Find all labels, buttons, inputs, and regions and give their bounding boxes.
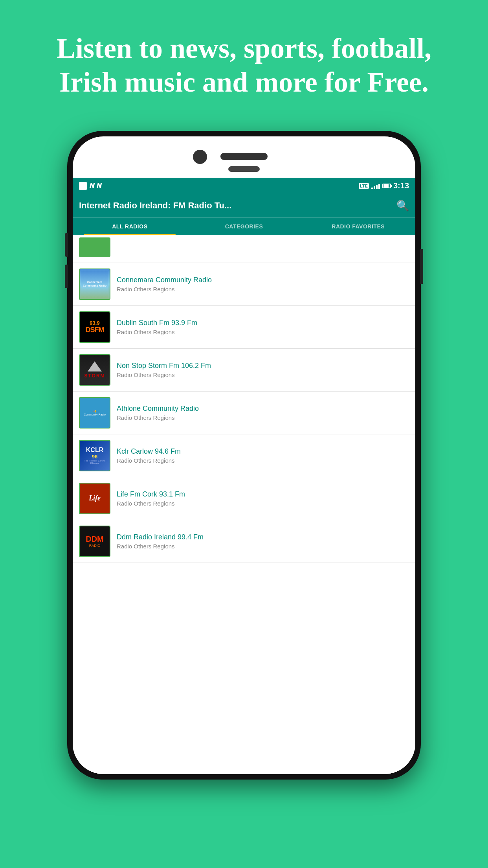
- athlone-sub: Community Radio: [84, 413, 106, 416]
- dublin-freq: 93.9: [90, 320, 99, 326]
- hero-text: Listen to news, sports, football, Irish …: [0, 0, 488, 123]
- phone-inner: 𝙉 𝙉 LTE 3:13: [73, 136, 415, 774]
- radio-info-kclr: Kclr Carlow 94.6 Fm Radio Others Regions: [117, 447, 409, 464]
- signal-bar-1: [371, 188, 373, 189]
- n-icon-1: 𝙉: [89, 182, 94, 190]
- radio-name: Dublin South Fm 93.9 Fm: [117, 319, 409, 327]
- list-item[interactable]: 93.9 DSFM Dublin South Fm 93.9 Fm Radio …: [73, 306, 415, 349]
- radio-name: Life Fm Cork 93.1 Fm: [117, 490, 409, 498]
- tabs: ALL RADIOS CATEGORIES RADIO FAVORITES: [73, 217, 415, 235]
- status-bar: 𝙉 𝙉 LTE 3:13: [73, 178, 415, 194]
- radio-thumb-storm: STORM: [79, 354, 110, 386]
- radio-name: Non Stop Storm Fm 106.2 Fm: [117, 362, 409, 370]
- ddm-text: DDM: [86, 535, 104, 544]
- kclr-num: 96: [92, 454, 97, 460]
- radio-thumb-kclr: KCLR 96 The Heart of Carlow Kilkenny: [79, 440, 110, 471]
- radio-info-dublin: Dublin South Fm 93.9 Fm Radio Others Reg…: [117, 319, 409, 335]
- radio-thumb-athlone: 🎭 Community Radio: [79, 397, 110, 428]
- radio-name: Kclr Carlow 94.6 Fm: [117, 447, 409, 456]
- phone-outer: 𝙉 𝙉 LTE 3:13: [67, 131, 421, 780]
- phone-frame: 𝙉 𝙉 LTE 3:13: [67, 131, 421, 780]
- kclr-text: KCLR: [86, 447, 103, 454]
- tab-radio-favorites[interactable]: RADIO FAVORITES: [301, 218, 415, 235]
- status-icons-left: 𝙉 𝙉: [79, 182, 101, 190]
- radio-thumb-connemara: Connemara Community Radio: [79, 268, 110, 300]
- partial-thumb: [79, 237, 110, 257]
- signal-bar-4: [378, 184, 380, 189]
- n-icon-2: 𝙉: [96, 182, 101, 190]
- tab-all-radios[interactable]: ALL RADIOS: [73, 218, 187, 235]
- status-time: 3:13: [393, 181, 409, 190]
- list-item[interactable]: DDM RADIO Ddm Radio Ireland 99.4 Fm Radi…: [73, 520, 415, 563]
- radio-list: Connemara Community Radio Connemara Comm…: [73, 235, 415, 563]
- lte-badge: LTE: [359, 183, 369, 189]
- radio-category: Radio Others Regions: [117, 500, 409, 507]
- list-item[interactable]: Connemara Community Radio Connemara Comm…: [73, 263, 415, 306]
- radio-name: Athlone Community Radio: [117, 405, 409, 413]
- radio-category: Radio Others Regions: [117, 414, 409, 421]
- camera-icon: [193, 150, 207, 164]
- list-item[interactable]: KCLR 96 The Heart of Carlow Kilkenny Kcl…: [73, 434, 415, 477]
- life-text: Life: [89, 494, 101, 502]
- kclr-sub: The Heart of Carlow Kilkenny: [80, 460, 110, 464]
- list-item[interactable]: Life Life Fm Cork 93.1 Fm Radio Others R…: [73, 477, 415, 520]
- signal-bars: [371, 183, 380, 189]
- tab-categories[interactable]: CATEGORIES: [187, 218, 301, 235]
- radio-info-connemara: Connemara Community Radio Radio Others R…: [117, 276, 409, 292]
- radio-name: Ddm Radio Ireland 99.4 Fm: [117, 533, 409, 541]
- radio-info-athlone: Athlone Community Radio Radio Others Reg…: [117, 405, 409, 421]
- radio-thumb-ddm: DDM RADIO: [79, 526, 110, 557]
- radio-thumb-life: Life: [79, 483, 110, 514]
- home-button: [228, 166, 260, 172]
- radio-category: Radio Others Regions: [117, 371, 409, 378]
- battery-fill: [383, 184, 389, 188]
- radio-name: Connemara Community Radio: [117, 276, 409, 284]
- vol-down-button: [65, 265, 68, 288]
- radio-category: Radio Others Regions: [117, 286, 409, 292]
- radio-info-ddm: Ddm Radio Ireland 99.4 Fm Radio Others R…: [117, 533, 409, 550]
- app-title: Internet Radio Ireland: FM Radio Tu...: [79, 200, 231, 211]
- signal-bar-3: [376, 185, 378, 189]
- list-item[interactable]: STORM Non Stop Storm Fm 106.2 Fm Radio O…: [73, 349, 415, 392]
- ddm-sub: RADIO: [89, 544, 101, 548]
- search-icon[interactable]: 🔍: [396, 200, 409, 212]
- storm-text: STORM: [84, 373, 105, 379]
- screen: 𝙉 𝙉 LTE 3:13: [73, 178, 415, 774]
- radio-category: Radio Others Regions: [117, 543, 409, 550]
- radio-info-life: Life Fm Cork 93.1 Fm Radio Others Region…: [117, 490, 409, 507]
- athlone-logo-text: 🎭: [84, 409, 106, 413]
- list-item[interactable]: 🎭 Community Radio Athlone Community Radi…: [73, 392, 415, 434]
- app-bar: Internet Radio Ireland: FM Radio Tu... 🔍: [73, 194, 415, 217]
- power-button: [420, 249, 423, 284]
- radio-category: Radio Others Regions: [117, 329, 409, 335]
- list-item-partial[interactable]: [73, 235, 415, 263]
- dublin-ds: DSFM: [86, 326, 104, 334]
- speaker-icon: [220, 153, 268, 160]
- radio-thumb-dublin: 93.9 DSFM: [79, 311, 110, 343]
- battery-icon: [382, 184, 391, 188]
- partial-info: [117, 246, 409, 248]
- signal-bar-2: [374, 186, 375, 189]
- vol-up-button: [65, 233, 68, 257]
- status-icons-right: LTE 3:13: [359, 181, 409, 190]
- storm-mountain: [88, 361, 102, 371]
- radio-info-storm: Non Stop Storm Fm 106.2 Fm Radio Others …: [117, 362, 409, 378]
- athlone-logo: 🎭 Community Radio: [82, 408, 107, 417]
- radio-category: Radio Others Regions: [117, 457, 409, 464]
- connemara-thumb-text: Connemara Community Radio: [83, 281, 106, 287]
- notification-icon: [79, 182, 87, 190]
